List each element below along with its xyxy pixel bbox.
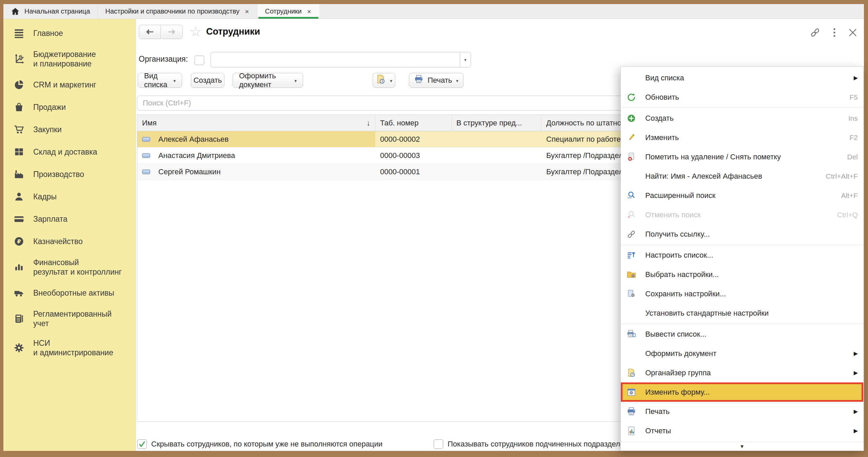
print-button[interactable]: Печать ▾ xyxy=(409,73,463,88)
button-label: Создать xyxy=(194,76,222,85)
more-menu-icon[interactable] xyxy=(833,27,836,39)
chevron-down-icon[interactable]: ▾ xyxy=(460,52,471,67)
sidebar-item-noncurrent-assets[interactable]: Внеоборотные активы xyxy=(13,287,132,299)
menu-item-get-link[interactable]: Получить ссылку... xyxy=(621,224,863,244)
menu-scroll-down[interactable]: ▼ xyxy=(621,442,863,451)
cell-tab-number[interactable]: 0000-00003 xyxy=(375,147,452,163)
cell-name[interactable]: Сергей Ромашкин xyxy=(137,164,375,180)
sidebar-item-main[interactable]: Главное xyxy=(13,27,132,39)
menu-item-choose-settings[interactable]: Выбрать настройки... xyxy=(621,265,863,284)
back-button[interactable] xyxy=(139,25,161,39)
menu-item-issue-document[interactable]: Оформить документ ▶ xyxy=(621,344,863,363)
folder-gear-icon xyxy=(626,270,636,280)
close-tab-icon[interactable]: × xyxy=(244,7,250,16)
menu-item-save-settings[interactable]: Сохранить настройки... xyxy=(621,284,863,303)
menu-item-configure-list[interactable]: Настроить список... xyxy=(621,245,863,265)
menu-item-mark-for-deletion[interactable]: Пометить на удаление / Снять пометку Del xyxy=(621,147,863,166)
warehouse-icon xyxy=(13,146,25,158)
get-link-icon[interactable] xyxy=(810,27,821,39)
cell-tab-number[interactable]: 0000-00001 xyxy=(375,164,452,180)
menu-separator xyxy=(621,107,863,108)
menu-item-find[interactable]: Найти: Имя - Алексей Афанасьев Ctrl+Alt+… xyxy=(621,166,863,186)
close-form-icon[interactable] xyxy=(848,28,857,38)
menu-item-organizer-group[interactable]: Органайзер группа ▶ xyxy=(621,363,863,382)
favorite-star-icon[interactable]: ☆ xyxy=(190,24,202,39)
menu-item-label: Отчеты xyxy=(645,426,848,435)
menu-item-print[interactable]: Печать ▶ xyxy=(621,402,863,421)
cell-structure[interactable] xyxy=(452,131,541,147)
menu-item-edit[interactable]: Изменить F2 xyxy=(621,128,863,147)
sidebar-nav: Главное ₽ Бюджетирование и планирование … xyxy=(3,19,136,451)
sidebar-item-regulated-accounting[interactable]: Регламентированный учет xyxy=(13,309,132,328)
create-button[interactable]: Создать xyxy=(191,73,224,88)
menu-item-label: Получить ссылку... xyxy=(645,230,858,239)
svg-text:₽: ₽ xyxy=(17,238,21,245)
issue-document-button[interactable]: Оформить документ ▾ xyxy=(233,73,303,88)
cell-tab-number[interactable]: 0000-00002 xyxy=(375,131,452,147)
tab-number: 0000-00002 xyxy=(380,135,420,144)
tab-label: Настройки и справочники по производству xyxy=(105,7,240,15)
menu-item-edit-form[interactable]: Изменить форму... xyxy=(621,382,863,402)
configure-list-icon xyxy=(626,250,636,260)
tab-production-settings[interactable]: Настройки и справочники по производству … xyxy=(98,4,257,19)
printer-doc-icon xyxy=(626,329,636,339)
organization-checkbox[interactable] xyxy=(195,56,204,65)
view-list-button[interactable]: Вид списка ▾ xyxy=(138,73,182,88)
column-header-tab-number[interactable]: Таб. номер xyxy=(375,115,452,131)
menu-item-create[interactable]: Создать Ins xyxy=(621,108,863,128)
truck-icon xyxy=(13,287,25,299)
organizer-button[interactable]: ▾ xyxy=(373,73,395,88)
cell-name[interactable]: Анастасия Дмитриева xyxy=(137,147,375,163)
chevron-down-icon: ▾ xyxy=(390,78,392,83)
organization-input[interactable] xyxy=(211,52,460,67)
empty-icon-slot xyxy=(626,308,636,318)
menu-item-reports[interactable]: Отчеты ▶ xyxy=(621,421,863,440)
sidebar-item-salary[interactable]: Зарплата xyxy=(13,213,132,225)
submenu-arrow-icon: ▶ xyxy=(854,370,858,376)
sidebar-item-warehouse[interactable]: Склад и доставка xyxy=(13,146,132,158)
tab-employees[interactable]: Сотрудники × xyxy=(257,4,319,19)
menu-item-output-list[interactable]: Вывести список... xyxy=(621,324,863,344)
cell-structure[interactable] xyxy=(452,147,541,163)
sidebar-item-label: Закупки xyxy=(33,125,62,134)
cell-structure[interactable] xyxy=(452,164,541,180)
advanced-search-icon xyxy=(626,191,636,201)
submenu-arrow-icon: ▶ xyxy=(854,75,858,81)
menu-item-view-list[interactable]: Вид списка ▶ xyxy=(621,68,863,87)
column-header-structure[interactable]: В структуре пред... xyxy=(452,115,541,131)
hide-inactive-employees-checkbox[interactable]: Скрывать сотрудников, по которым уже не … xyxy=(137,439,382,449)
svg-text:₽: ₽ xyxy=(20,55,22,59)
sidebar-item-budgeting[interactable]: ₽ Бюджетирование и планирование xyxy=(13,49,132,68)
menu-item-refresh[interactable]: Обновить F5 xyxy=(621,87,863,107)
show-subordinate-employees-checkbox[interactable]: Показывать сотрудников подчиненных подра… xyxy=(434,439,628,449)
cell-name[interactable]: Алексей Афанасьев xyxy=(137,131,375,147)
bar-chart-icon xyxy=(13,261,25,273)
sidebar-item-purchases[interactable]: Закупки xyxy=(13,123,132,136)
column-header-name[interactable]: Имя ↓ xyxy=(137,115,375,131)
menu-item-set-standard-settings[interactable]: Установить стандартные настройки xyxy=(621,303,863,323)
tab-home[interactable]: Начальная страница xyxy=(3,4,98,19)
button-label: Оформить документ xyxy=(239,72,290,89)
submenu-arrow-icon: ▶ xyxy=(854,428,858,434)
sidebar-item-nsi-administration[interactable]: НСИ и администрирование xyxy=(13,338,132,357)
menu-item-label: Органайзер группа xyxy=(645,369,848,377)
menu-item-advanced-search[interactable]: Расширенный поиск Alt+F xyxy=(621,186,863,205)
sidebar-item-treasury[interactable]: ₽ Казначейство xyxy=(13,235,132,247)
sidebar-item-label: Производство xyxy=(33,170,84,179)
forward-button[interactable] xyxy=(161,25,183,39)
sidebar-item-production[interactable]: Производство xyxy=(13,168,132,180)
menu-item-label: Расширенный поиск xyxy=(645,191,835,200)
checkbox-checked-icon[interactable] xyxy=(137,439,147,449)
close-tab-icon[interactable]: × xyxy=(307,7,312,16)
home-icon xyxy=(11,7,20,16)
checkbox-unchecked-icon[interactable] xyxy=(434,439,443,449)
sidebar-item-financial-result[interactable]: Финансовый результат и контроллинг xyxy=(13,258,132,277)
sidebar-item-sales[interactable]: Продажи xyxy=(13,101,132,113)
sidebar-item-label: Зарплата xyxy=(33,214,67,224)
sidebar-item-crm[interactable]: CRM и маркетинг xyxy=(13,79,132,91)
factory-icon xyxy=(13,168,25,180)
sidebar-item-label: Склад и доставка xyxy=(33,147,97,157)
tab-bar: Начальная страница Настройки и справочни… xyxy=(3,4,864,19)
printer-icon xyxy=(414,75,423,86)
sidebar-item-hr[interactable]: Кадры xyxy=(13,191,132,203)
